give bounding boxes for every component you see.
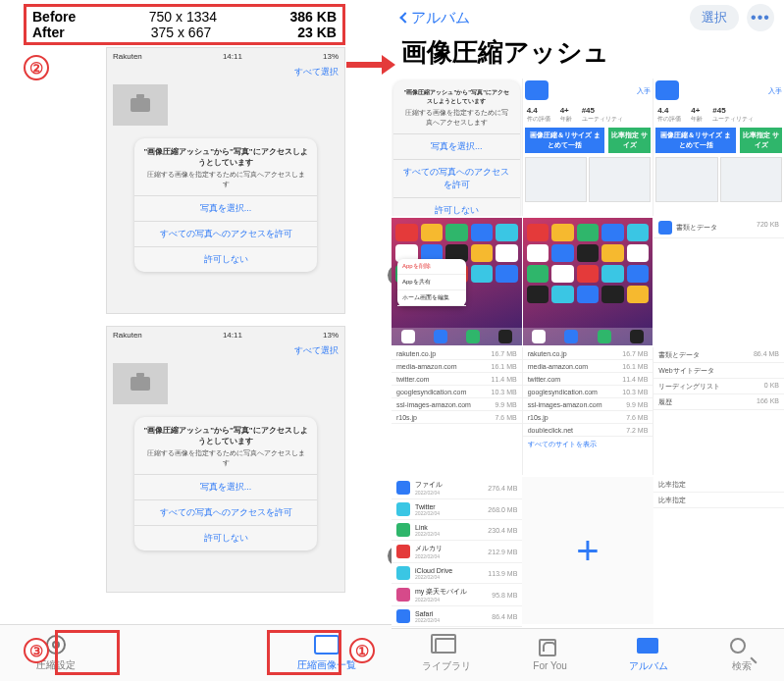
feature-banner-blue: 画像圧縮＆リサイズ まとめて一括: [655, 128, 736, 153]
list-item[interactable]: 書類とデータ86.4 MB: [653, 347, 784, 363]
left-panel: Before 750 x 1334 386 KB After 375 x 667…: [0, 0, 392, 681]
get-label: 入手: [768, 86, 782, 96]
list-item[interactable]: iCloud Drive2022/02/04113.9 MB: [392, 563, 522, 584]
clock-label: 14:11: [223, 331, 242, 340]
after-label: After: [32, 25, 65, 40]
list-item[interactable]: Link2022/02/04230.4 MB: [392, 520, 522, 541]
tab-search[interactable]: 検索: [730, 638, 754, 673]
photo-permission-dialog: "画像圧縮アッシュ"から"写真"にアクセスしようとしています 圧縮する画像を指定…: [134, 417, 317, 550]
after-dimensions: 375 x 667: [151, 25, 212, 40]
thumbnail-row-1: "画像圧縮アッシュ"から"写真"にアクセスしようとしています 圧縮する画像を指定…: [392, 79, 784, 216]
battery-label: 13%: [323, 52, 339, 61]
list-item[interactable]: doubleclick.net7.2 MB: [523, 424, 653, 437]
tab-library[interactable]: ライブラリ: [422, 638, 471, 673]
list-item[interactable]: Webサイトデータ: [653, 363, 784, 379]
homescreen-thumbnail[interactable]: [523, 218, 654, 345]
age-value: 4+: [560, 106, 569, 115]
annotation-badge-1: ①: [349, 638, 375, 663]
rank-value: #45: [712, 106, 725, 115]
annotation-box-gallery: [267, 630, 341, 675]
status-bar: Rakuten 14:11 13%: [107, 327, 344, 342]
annotation-badge-2: ②: [24, 55, 49, 80]
dialog-title: "画像圧縮アッシュ"から"写真"にアクセスしようとしています: [393, 80, 520, 108]
photo-thumbnail-placeholder: [113, 84, 168, 126]
settings-thumbnail[interactable]: 書類とデータ720 KB: [653, 218, 784, 345]
list-item[interactable]: media-amazon.com16.1 MB: [392, 360, 522, 373]
select-button[interactable]: 選択: [690, 5, 739, 30]
list-item[interactable]: googlesyndication.com10.3 MB: [523, 386, 653, 398]
homescreen-thumbnail[interactable]: Appを削除 Appを共有 ホーム画面を編集: [392, 218, 523, 345]
list-item[interactable]: rakuten.co.jp16.7 MB: [523, 347, 653, 360]
right-panel: アルバム 選択 ••• 画像圧縮アッシュ ④ "画像圧縮アッシュ"から"写真"に…: [392, 0, 784, 681]
tab-album[interactable]: アルバム: [629, 638, 668, 673]
list-item[interactable]: ssl-images-amazon.com9.9 MB: [523, 398, 653, 411]
allow-all-photos-button[interactable]: すべての写真へのアクセスを許可: [134, 499, 317, 525]
list-item[interactable]: リーディングリスト0 KB: [653, 379, 784, 394]
list-item[interactable]: googlesyndication.com10.3 MB: [392, 386, 522, 398]
appstore-card[interactable]: 入手 4.4件の評価 4+年齢 #45ユーティリティ 画像圧縮＆リサイズ まとめ…: [653, 79, 784, 216]
appstore-card[interactable]: "画像圧縮アッシュ"から"写真"にアクセスしようとしています 圧縮する画像を指定…: [392, 79, 523, 216]
select-photos-button[interactable]: 写真を選択...: [134, 195, 317, 221]
list-item[interactable]: ssl-images-amazon.com9.9 MB: [392, 398, 522, 411]
back-button[interactable]: アルバム: [401, 9, 470, 27]
ctx-delete[interactable]: Appを削除: [397, 259, 466, 275]
annotation-box-settings: [55, 630, 120, 675]
website-data-list[interactable]: rakuten.co.jp16.7 MBmedia-amazon.com16.1…: [523, 347, 654, 475]
rank-value: #45: [582, 106, 595, 115]
album-icon: [637, 638, 658, 654]
tab-label: アルバム: [629, 659, 668, 673]
list-item[interactable]: 履歴166 KB: [653, 394, 784, 410]
list-item[interactable]: 比率指定: [653, 477, 784, 493]
size-comparison-table: Before 750 x 1334 386 KB After 375 x 667…: [24, 4, 345, 45]
list-item[interactable]: media-amazon.com16.1 MB: [523, 360, 653, 373]
dialog-subtitle: 圧縮する画像を指定するために写真へアクセスします: [134, 170, 317, 195]
tab-label: ライブラリ: [422, 659, 471, 673]
show-all-sites-link[interactable]: すべてのサイトを表示: [523, 437, 653, 452]
rating-value: 4.4: [527, 106, 538, 115]
ctx-edit[interactable]: ホーム画面を編集: [397, 290, 466, 306]
list-item[interactable]: 比率指定: [653, 493, 784, 508]
status-bar: Rakuten 14:11 13%: [107, 48, 344, 64]
tab-foryou[interactable]: For You: [533, 639, 566, 671]
battery-label: 13%: [323, 331, 339, 340]
list-item[interactable]: my 楽天モバイル2022/02/0495.8 MB: [392, 584, 522, 606]
select-photos-button[interactable]: 写真を選択...: [134, 474, 317, 499]
album-title: 画像圧縮アッシュ: [392, 35, 784, 76]
settings-data-list[interactable]: 書類とデータ86.4 MBWebサイトデータリーディングリスト0 KB履歴166…: [653, 347, 784, 475]
before-dimensions: 750 x 1334: [149, 9, 217, 25]
album-top-bar: アルバム 選択 •••: [392, 0, 784, 35]
ctx-share[interactable]: Appを共有: [397, 275, 466, 290]
list-item[interactable]: twitter.com11.4 MB: [523, 373, 653, 386]
list-item[interactable]: r10s.jp7.6 MB: [523, 411, 653, 424]
appstore-card[interactable]: 入手 4.4件の評価 4+年齢 #45ユーティリティ 画像圧縮＆リサイズ まとめ…: [523, 79, 654, 216]
feature-banner-green: 比率指定 サイズ: [608, 128, 651, 153]
annotation-badge-3: ③: [24, 638, 49, 663]
list-item[interactable]: Twitter2022/02/04268.0 MB: [392, 499, 522, 520]
website-data-list[interactable]: rakuten.co.jp16.7 MBmedia-amazon.com16.1…: [392, 347, 523, 475]
select-photos-button: 写真を選択...: [393, 133, 520, 159]
list-item[interactable]: twitter.com11.4 MB: [392, 373, 522, 386]
thumbnail-row-2: Appを削除 Appを共有 ホーム画面を編集 書類とデータ720 KB: [392, 218, 784, 345]
storage-app-list[interactable]: ファイル2022/02/04276.4 MBTwitter2022/02/042…: [392, 477, 522, 624]
add-tile[interactable]: +: [522, 477, 653, 624]
deny-button[interactable]: 許可しない: [134, 525, 317, 550]
deny-button[interactable]: 許可しない: [134, 246, 317, 272]
arrow-icon: [346, 55, 395, 75]
rank-sub: ユーティリティ: [582, 115, 623, 124]
select-all-link[interactable]: すべて選択: [107, 342, 344, 359]
list-item[interactable]: rakuten.co.jp16.7 MB: [392, 347, 522, 360]
dialog-subtitle: 圧縮する画像を指定するために写真へアクセスします: [393, 108, 520, 133]
more-button[interactable]: •••: [747, 4, 774, 31]
age-value: 4+: [691, 106, 700, 115]
list-item[interactable]: メルカリ2022/02/04212.9 MB: [392, 541, 522, 563]
select-all-link[interactable]: すべて選択: [107, 64, 344, 80]
ratio-list[interactable]: 比率指定比率指定: [653, 477, 784, 624]
list-item[interactable]: r10s.jp7.6 MB: [392, 411, 522, 424]
after-filesize: 23 KB: [297, 25, 337, 40]
thumbnail-row-4: ファイル2022/02/04276.4 MBTwitter2022/02/042…: [392, 477, 784, 624]
library-icon: [435, 638, 456, 654]
allow-all-photos-button[interactable]: すべての写真へのアクセスを許可: [134, 221, 317, 246]
settings-row-value: 720 KB: [757, 221, 779, 235]
list-item[interactable]: ファイル2022/02/04276.4 MB: [392, 477, 522, 499]
list-item[interactable]: Safari2022/02/0486.4 MB: [392, 606, 522, 627]
